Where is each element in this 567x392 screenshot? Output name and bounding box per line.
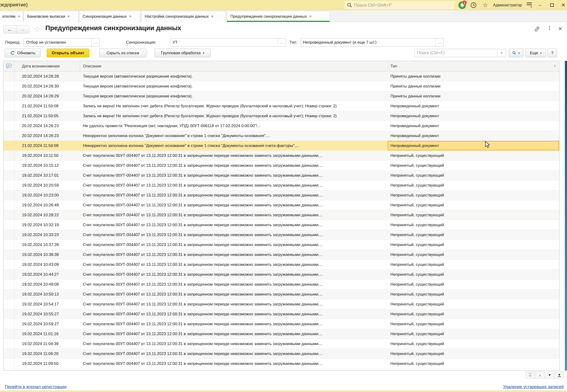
row-date-cell[interactable]: 19.02.2024 10:15:12 bbox=[15, 161, 80, 170]
tab-close-icon[interactable]: × bbox=[129, 14, 131, 19]
goto-event-log-link[interactable]: Перейти в журнал регистрации bbox=[5, 384, 67, 389]
row-comment-cell[interactable] bbox=[3, 181, 15, 190]
row-date-cell[interactable]: 19.02.2024 10:20:59 bbox=[15, 181, 80, 190]
table-row[interactable]: 19.02.2024 10:32:19 Счет покупателю 00УТ… bbox=[3, 220, 559, 230]
row-comment-cell[interactable] bbox=[3, 260, 15, 269]
row-type-cell[interactable]: Непринятый, существующий bbox=[388, 359, 559, 368]
row-type-cell[interactable]: Непринятый, существующий bbox=[388, 161, 559, 170]
tab-close-icon[interactable]: × bbox=[211, 14, 213, 19]
row-comment-cell[interactable] bbox=[3, 121, 15, 131]
table-row[interactable]: 19.02.2024 10:33:23 Счет покупателю 00УТ… bbox=[3, 230, 559, 240]
window-minimize-button[interactable]: – bbox=[535, 0, 545, 10]
row-comment-cell[interactable] bbox=[3, 81, 15, 91]
row-type-cell[interactable]: Непроведенный документ bbox=[388, 111, 559, 121]
table-row[interactable]: 19.02.2024 10:44:27 Счет покупателю 00УТ… bbox=[3, 270, 559, 280]
row-type-cell[interactable]: Непринятый, существующий bbox=[388, 329, 559, 339]
row-date-cell[interactable]: 20.02.2024 14:26:23 bbox=[15, 131, 80, 140]
row-comment-cell[interactable] bbox=[3, 339, 15, 349]
scroll-down-button[interactable]: ▼ bbox=[545, 371, 554, 378]
row-description-cell[interactable]: Счет покупателю 00УТ-004407 от 13.11.202… bbox=[80, 161, 388, 170]
row-date-cell[interactable]: 19.02.2024 11:04:39 bbox=[15, 339, 80, 349]
table-row[interactable]: 21.02.2024 11:50:08 Запись не верна! Не … bbox=[3, 101, 559, 111]
row-description-cell[interactable]: Счет покупателю 00УТ-004407 от 13.11.202… bbox=[80, 280, 388, 289]
row-type-cell[interactable]: Непринятый, существующий bbox=[388, 181, 559, 190]
row-comment-cell[interactable] bbox=[3, 299, 15, 309]
tab-sync-warnings[interactable]: Предупреждения синхронизации данных× bbox=[227, 11, 330, 22]
table-row[interactable]: 21.02.2024 11:50:08 Некорректно заполнен… bbox=[3, 141, 559, 151]
search-options-button[interactable]: ▾ bbox=[509, 49, 523, 57]
row-description-cell[interactable]: Счет покупателю 00УТ-004407 от 13.11.202… bbox=[80, 240, 388, 250]
row-comment-cell[interactable] bbox=[3, 329, 15, 339]
row-type-cell[interactable]: Непринятый, существующий bbox=[388, 220, 559, 230]
group-processing-button[interactable]: Групповая обработка ▾ bbox=[155, 49, 211, 57]
table-row[interactable]: 20.02.2024 14:26:29 Текущая версия (авто… bbox=[3, 91, 559, 101]
table-row[interactable]: 19.02.2024 10:15:12 Счет покупателю 00УТ… bbox=[3, 161, 559, 170]
type-picker-button[interactable]: ... bbox=[436, 39, 444, 46]
row-comment-cell[interactable] bbox=[3, 151, 15, 160]
table-row[interactable]: 19.02.2024 10:23:00 Счет покупателю 00УТ… bbox=[3, 190, 559, 200]
scroll-to-top-button[interactable]: ▲ bbox=[526, 371, 535, 378]
forward-button[interactable]: → bbox=[16, 26, 29, 33]
row-date-cell[interactable]: 21.02.2024 11:50:08 bbox=[15, 141, 80, 151]
row-date-cell[interactable]: 19.02.2024 10:23:00 bbox=[15, 190, 80, 200]
row-type-cell[interactable]: Непринятый, существующий bbox=[388, 349, 559, 359]
row-type-cell[interactable]: Непринятый, существующий bbox=[388, 190, 559, 200]
row-description-cell[interactable]: Счет покупателю 00УТ-004407 от 13.11.202… bbox=[80, 309, 388, 319]
row-date-cell[interactable]: 21.02.2024 11:50:05 bbox=[15, 111, 80, 121]
global-search-input[interactable]: Поиск Ctrl+Shift+F bbox=[345, 1, 454, 9]
row-description-cell[interactable]: Не удалось провести "Реализация (акт, на… bbox=[80, 121, 388, 131]
table-row[interactable]: 19.02.2024 10:17:01 Счет покупателю 00УТ… bbox=[3, 170, 559, 181]
row-type-cell[interactable]: Непринятый, существующий bbox=[388, 270, 559, 279]
row-comment-cell[interactable] bbox=[3, 309, 15, 319]
back-button[interactable]: ← bbox=[3, 26, 16, 33]
current-user[interactable]: Администратор bbox=[492, 0, 523, 10]
table-row[interactable]: 19.02.2024 11:01:16 Счет покупателю 00УТ… bbox=[3, 329, 559, 339]
row-description-cell[interactable]: Счет покупателю 00УТ-004407 от 13.11.202… bbox=[80, 289, 388, 299]
row-comment-cell[interactable] bbox=[3, 111, 15, 121]
row-comment-cell[interactable] bbox=[3, 250, 15, 259]
row-description-cell[interactable]: Текущая версия (автоматическое разрешени… bbox=[80, 81, 388, 91]
row-comment-cell[interactable] bbox=[3, 170, 15, 180]
row-description-cell[interactable]: Некорректно заполнена колонка "Документ-… bbox=[80, 141, 388, 151]
row-description-cell[interactable]: Счет покупателю 00УТ-004407 от 13.11.202… bbox=[80, 220, 388, 230]
row-comment-cell[interactable] bbox=[3, 141, 15, 151]
row-comment-cell[interactable] bbox=[3, 161, 15, 170]
delete-obsolete-records-link[interactable]: Удаление устаревших записей bbox=[503, 384, 564, 389]
window-maximize-button[interactable] bbox=[547, 0, 557, 10]
row-date-cell[interactable]: 20.02.2024 14:26:28 bbox=[15, 71, 80, 81]
row-comment-cell[interactable] bbox=[3, 131, 15, 140]
table-row[interactable]: 19.02.2024 11:09:50 Счет покупателю 00УТ… bbox=[3, 359, 559, 369]
row-comment-cell[interactable] bbox=[3, 101, 15, 111]
row-comment-cell[interactable] bbox=[3, 200, 15, 210]
row-date-cell[interactable]: 19.02.2024 10:43:09 bbox=[15, 260, 80, 269]
row-comment-cell[interactable] bbox=[3, 270, 15, 279]
row-date-cell[interactable]: 19.02.2024 10:11:50 bbox=[15, 151, 80, 160]
row-date-cell[interactable]: 19.02.2024 11:01:16 bbox=[15, 329, 80, 339]
row-comment-cell[interactable] bbox=[3, 289, 15, 299]
row-date-cell[interactable]: 20.02.2024 14:26:29 bbox=[15, 91, 80, 101]
type-field[interactable]: Непроведенный документ (и еще 7 шт.) ... bbox=[300, 38, 444, 46]
row-description-cell[interactable]: Текущая версия (автоматическое разрешени… bbox=[80, 91, 388, 101]
table-row[interactable]: 20.02.2024 14:26:23 Некорректно заполнен… bbox=[3, 131, 559, 141]
column-header-date[interactable]: Дата возникновения bbox=[15, 61, 80, 71]
sync-picker-button[interactable]: ... bbox=[278, 39, 286, 46]
row-type-cell[interactable]: Непринятый, существующий bbox=[388, 260, 559, 269]
row-date-cell[interactable]: 19.02.2024 10:38:38 bbox=[15, 250, 80, 259]
table-row[interactable]: 19.02.2024 11:04:39 Счет покупателю 00УТ… bbox=[3, 339, 559, 349]
row-type-cell[interactable]: Непринятый, существующий bbox=[388, 230, 559, 240]
row-date-cell[interactable]: 19.02.2024 10:28:22 bbox=[15, 210, 80, 220]
row-date-cell[interactable]: 19.02.2024 10:26:49 bbox=[15, 200, 80, 210]
row-type-cell[interactable]: Непринятый, существующий bbox=[388, 339, 559, 349]
table-row[interactable]: 19.02.2024 10:28:22 Счет покупателю 00УТ… bbox=[3, 210, 559, 220]
table-row[interactable]: 19.02.2024 10:38:38 Счет покупателю 00УТ… bbox=[3, 250, 559, 260]
tab-close-icon[interactable]: × bbox=[18, 14, 20, 19]
row-description-cell[interactable]: Счет покупателю 00УТ-004407 от 13.11.202… bbox=[80, 359, 388, 368]
row-comment-cell[interactable] bbox=[3, 220, 15, 230]
comment-column-header[interactable] bbox=[3, 61, 15, 71]
table-row[interactable]: 19.02.2024 10:11:50 Счет покупателю 00УТ… bbox=[3, 151, 559, 161]
row-description-cell[interactable]: Счет покупателю 00УТ-004407 от 13.11.202… bbox=[80, 250, 388, 259]
scroll-up-button[interactable]: ▲ bbox=[535, 371, 545, 378]
row-date-cell[interactable]: 21.02.2024 11:50:08 bbox=[15, 101, 80, 111]
row-description-cell[interactable]: Некорректно заполнена колонка "Документ-… bbox=[80, 131, 388, 140]
row-type-cell[interactable]: Непринятый, существующий bbox=[388, 289, 559, 299]
